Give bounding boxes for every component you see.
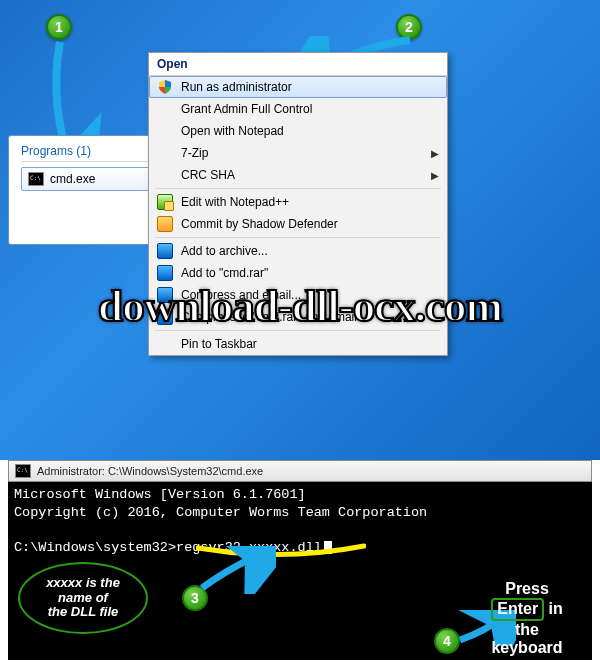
console-prompt-line: C:\Windows\system32>regsvr32 xxxxx.dll — [14, 539, 586, 557]
text-cursor — [324, 541, 332, 554]
cmd-icon — [28, 172, 44, 186]
step-badge-2: 2 — [396, 14, 422, 40]
step-badge-4: 4 — [434, 628, 460, 654]
cmd-console[interactable]: Microsoft Windows [Version 6.1.7601] Cop… — [8, 482, 592, 660]
menu-item-commit-shadow[interactable]: Commit by Shadow Defender — [149, 213, 447, 235]
menu-item-label: Open with Notepad — [181, 124, 284, 138]
menu-item-label: Commit by Shadow Defender — [181, 217, 338, 231]
blank-icon — [157, 123, 173, 139]
menu-item-label: Edit with Notepad++ — [181, 195, 289, 209]
desktop-background: 1 2 Programs (1) cmd.exe Open Run as adm… — [0, 0, 600, 460]
console-prompt: C:\Windows\system32> — [14, 540, 176, 555]
menu-item-add-cmd-rar[interactable]: Add to "cmd.rar" — [149, 262, 447, 284]
menu-item-label: Add to archive... — [181, 244, 268, 258]
step-badge-3: 3 — [182, 585, 208, 611]
blank-icon — [157, 336, 173, 352]
context-menu-title: Open — [149, 53, 447, 76]
context-menu: Open Run as administrator Grant Admin Fu… — [148, 52, 448, 356]
menu-item-crc-sha[interactable]: CRC SHA ▶ — [149, 164, 447, 186]
menu-item-label: Pin to Taskbar — [181, 337, 257, 351]
step-badge-1: 1 — [46, 14, 72, 40]
blank-icon — [157, 167, 173, 183]
cmd-window-titlebar[interactable]: Administrator: C:\Windows\System32\cmd.e… — [8, 460, 592, 482]
submenu-arrow-icon: ▶ — [431, 170, 439, 181]
console-line-version: Microsoft Windows [Version 6.1.7601] — [14, 486, 586, 504]
submenu-arrow-icon: ▶ — [431, 148, 439, 159]
cmd-icon — [15, 464, 31, 478]
menu-item-label: Add to "cmd.rar" — [181, 266, 268, 280]
menu-item-label: 7-Zip — [181, 146, 208, 160]
archive-icon — [157, 265, 173, 281]
menu-item-open-notepad[interactable]: Open with Notepad — [149, 120, 447, 142]
shadow-defender-icon — [157, 216, 173, 232]
menu-item-grant-admin[interactable]: Grant Admin Full Control — [149, 98, 447, 120]
blank-icon — [157, 101, 173, 117]
menu-item-label: Compress to "cmd.rar" and email — [181, 310, 357, 324]
archive-icon — [157, 309, 173, 325]
menu-item-run-as-admin[interactable]: Run as administrator — [149, 76, 447, 98]
menu-item-edit-npp[interactable]: Edit with Notepad++ — [149, 191, 447, 213]
menu-item-label: CRC SHA — [181, 168, 235, 182]
search-result-label: cmd.exe — [50, 172, 95, 186]
archive-icon — [157, 243, 173, 259]
menu-item-label: Compress and email... — [181, 288, 301, 302]
menu-separator — [155, 188, 441, 189]
archive-icon — [157, 287, 173, 303]
menu-item-label: Run as administrator — [181, 80, 292, 94]
menu-item-7zip[interactable]: 7-Zip ▶ — [149, 142, 447, 164]
shield-icon — [157, 79, 173, 95]
menu-item-pin-taskbar[interactable]: Pin to Taskbar — [149, 333, 447, 355]
menu-item-compress-cmd-email[interactable]: Compress to "cmd.rar" and email — [149, 306, 447, 328]
console-typed-command: regsvr32 xxxxx.dll — [176, 540, 322, 555]
console-line-copyright: Copyright (c) 2016, Computer Worms Team … — [14, 504, 586, 522]
menu-item-label: Grant Admin Full Control — [181, 102, 312, 116]
cmd-window-title: Administrator: C:\Windows\System32\cmd.e… — [37, 465, 263, 477]
menu-item-add-archive[interactable]: Add to archive... — [149, 240, 447, 262]
menu-item-compress-email[interactable]: Compress and email... — [149, 284, 447, 306]
blank-icon — [157, 145, 173, 161]
notepadpp-icon — [157, 194, 173, 210]
menu-separator — [155, 330, 441, 331]
menu-separator — [155, 237, 441, 238]
